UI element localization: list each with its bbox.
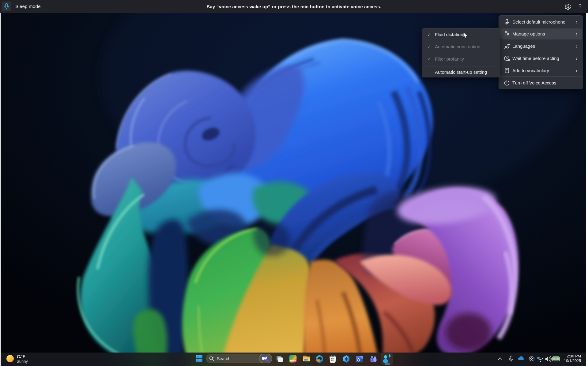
svg-text:A: A	[504, 44, 507, 50]
svg-text:T: T	[371, 358, 372, 361]
svg-text:M365: M365	[290, 359, 296, 362]
